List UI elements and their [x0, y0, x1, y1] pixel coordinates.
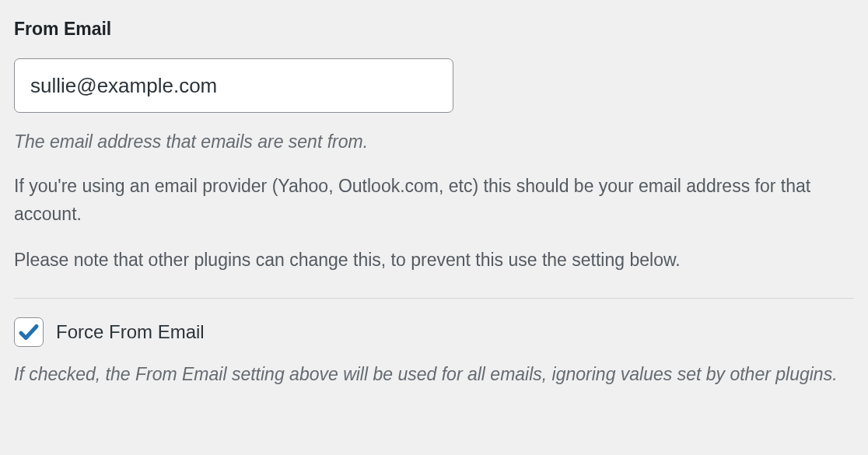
force-from-email-desc: If checked, the From Email setting above… — [14, 362, 854, 387]
from-email-label: From Email — [14, 19, 854, 40]
check-icon — [17, 320, 40, 344]
from-email-desc-note: Please note that other plugins can chang… — [14, 247, 854, 275]
from-email-input[interactable] — [14, 58, 453, 113]
section-divider — [14, 298, 854, 299]
from-email-desc-short: The email address that emails are sent f… — [14, 130, 854, 154]
force-from-email-label[interactable]: Force From Email — [56, 321, 205, 343]
from-email-desc-provider: If you're using an email provider (Yahoo… — [14, 173, 854, 228]
force-from-email-row: Force From Email — [14, 317, 854, 347]
force-from-email-checkbox[interactable] — [14, 317, 44, 347]
